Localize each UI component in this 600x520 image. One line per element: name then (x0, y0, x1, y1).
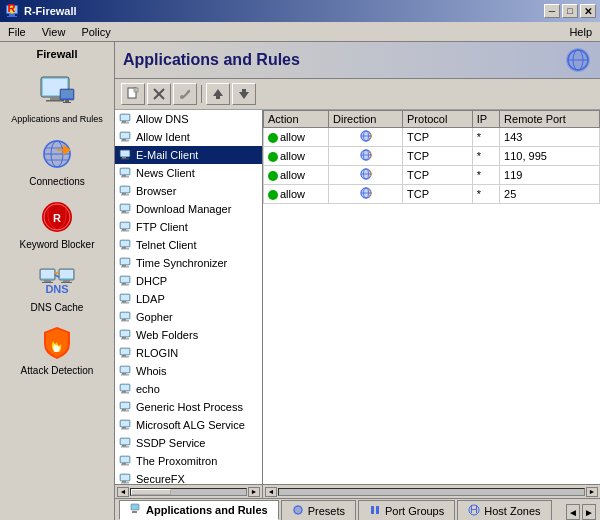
app-list-scroll[interactable]: Allow DNS Allow Ident E-Mail Client News… (115, 110, 262, 484)
list-item[interactable]: SecureFX (115, 470, 262, 484)
svg-rect-48 (121, 123, 129, 124)
table-row[interactable]: allow TCP*119 (264, 166, 600, 185)
list-item[interactable]: RLOGIN (115, 344, 262, 362)
list-item[interactable]: The Proxomitron (115, 452, 262, 470)
col-protocol: Protocol (403, 111, 473, 128)
svg-rect-78 (121, 259, 129, 264)
list-item-icon (119, 472, 133, 484)
keyword-icon: R (37, 197, 77, 237)
rules-table-scroll[interactable]: Action Direction Protocol IP Remote Port… (263, 110, 600, 484)
tab-apps-rules[interactable]: Applications and Rules (119, 500, 279, 520)
cell-protocol: TCP (403, 185, 473, 204)
panels: Allow DNS Allow Ident E-Mail Client News… (115, 110, 600, 498)
list-item[interactable]: LDAP (115, 290, 262, 308)
list-item[interactable]: Microsoft ALG Service (115, 416, 262, 434)
hscroll-right[interactable]: ► (248, 487, 260, 497)
sidebar-item-apps[interactable]: Applications and Rules (0, 68, 114, 128)
list-item[interactable]: Browser (115, 182, 262, 200)
list-item-name: E-Mail Client (136, 149, 198, 161)
toolbar-separator (201, 85, 202, 103)
list-item[interactable]: Generic Host Process (115, 398, 262, 416)
cell-remote-port: 143 (500, 128, 600, 147)
delete-button[interactable] (147, 83, 171, 105)
tab-host-zones[interactable]: HHost Zones (457, 500, 551, 520)
list-item[interactable]: FTP Client (115, 218, 262, 236)
hscroll-track (130, 488, 247, 496)
svg-rect-149 (371, 506, 374, 514)
sidebar-item-dns[interactable]: DNS DNS Cache (0, 256, 114, 317)
list-item[interactable]: Allow Ident (115, 128, 262, 146)
list-item[interactable]: SSDP Service (115, 434, 262, 452)
list-item[interactable]: Web Folders (115, 326, 262, 344)
sidebar-apps-label: Applications and Rules (11, 114, 103, 124)
move-up-button[interactable] (206, 83, 230, 105)
list-item[interactable]: Telnet Client (115, 236, 262, 254)
sidebar-attack-label: Attack Detection (21, 365, 94, 376)
svg-rect-51 (122, 139, 126, 141)
table-row[interactable]: allow TCP*143 (264, 128, 600, 147)
cell-direction (329, 166, 403, 185)
list-item[interactable]: Gopher (115, 308, 262, 326)
list-item[interactable]: E-Mail Client (115, 146, 262, 164)
svg-rect-124 (121, 465, 129, 466)
svg-rect-150 (376, 506, 379, 514)
minimize-button[interactable]: ─ (544, 4, 560, 18)
list-item-icon (119, 400, 133, 414)
tab-port-groups[interactable]: Port Groups (358, 500, 455, 520)
list-item-icon (119, 436, 133, 450)
list-item-name: Browser (136, 185, 176, 197)
menu-view[interactable]: View (38, 25, 70, 39)
list-item-icon (119, 238, 133, 252)
maximize-button[interactable]: □ (562, 4, 578, 18)
rules-hscroll-right[interactable]: ► (586, 487, 598, 497)
svg-rect-83 (122, 283, 126, 285)
list-item[interactable]: Whois (115, 362, 262, 380)
svg-rect-103 (122, 373, 126, 375)
list-item[interactable]: Download Manager (115, 200, 262, 218)
window-controls: ─ □ ✕ (544, 4, 596, 18)
list-item[interactable]: Allow DNS (115, 110, 262, 128)
sidebar-item-keyword[interactable]: R Keyword Blocker (0, 193, 114, 254)
svg-rect-29 (63, 280, 70, 282)
sidebar-item-connections[interactable]: Connections (0, 130, 114, 191)
tab-prev-button[interactable]: ◄ (566, 504, 580, 520)
cell-action: allow (264, 128, 329, 147)
sidebar: Firewall Applications and Rules (0, 42, 115, 520)
menu-file[interactable]: File (4, 25, 30, 39)
svg-marker-43 (239, 92, 249, 99)
list-item[interactable]: echo (115, 380, 262, 398)
list-item-name: Generic Host Process (136, 401, 243, 413)
svg-rect-95 (122, 337, 126, 339)
svg-rect-64 (121, 195, 129, 196)
list-item-icon (119, 220, 133, 234)
table-row[interactable]: allow TCP*25 (264, 185, 600, 204)
menu-policy[interactable]: Policy (77, 25, 114, 39)
svg-rect-79 (122, 265, 126, 267)
svg-rect-104 (121, 375, 129, 376)
app-title: R-Firewall (24, 5, 544, 17)
properties-button[interactable] (173, 83, 197, 105)
list-item[interactable]: DHCP (115, 272, 262, 290)
move-down-button[interactable] (232, 83, 256, 105)
close-button[interactable]: ✕ (580, 4, 596, 18)
hscroll-left[interactable]: ◄ (117, 487, 129, 497)
rules-hscroll-left[interactable]: ◄ (265, 487, 277, 497)
tab-next-button[interactable]: ► (582, 504, 596, 520)
menu-help[interactable]: Help (565, 25, 596, 39)
rules-hscroll[interactable]: ◄ ► (263, 484, 600, 498)
list-item[interactable]: News Client (115, 164, 262, 182)
list-item-name: Download Manager (136, 203, 231, 215)
titlebar: R R-Firewall ─ □ ✕ (0, 0, 600, 22)
list-item-name: SSDP Service (136, 437, 206, 449)
tab-presets[interactable]: Presets (281, 500, 356, 520)
cell-direction (329, 147, 403, 166)
list-hscroll[interactable]: ◄ ► (115, 484, 262, 498)
tab-label: Port Groups (385, 505, 444, 517)
content-area: Applications and Rules (115, 42, 600, 520)
sidebar-item-attack[interactable]: Attack Detection (0, 319, 114, 380)
svg-rect-75 (122, 247, 126, 249)
new-button[interactable] (121, 83, 145, 105)
list-item[interactable]: Time Synchronizer (115, 254, 262, 272)
table-row[interactable]: allow TCP*110, 995 (264, 147, 600, 166)
apps-icon (37, 72, 77, 112)
